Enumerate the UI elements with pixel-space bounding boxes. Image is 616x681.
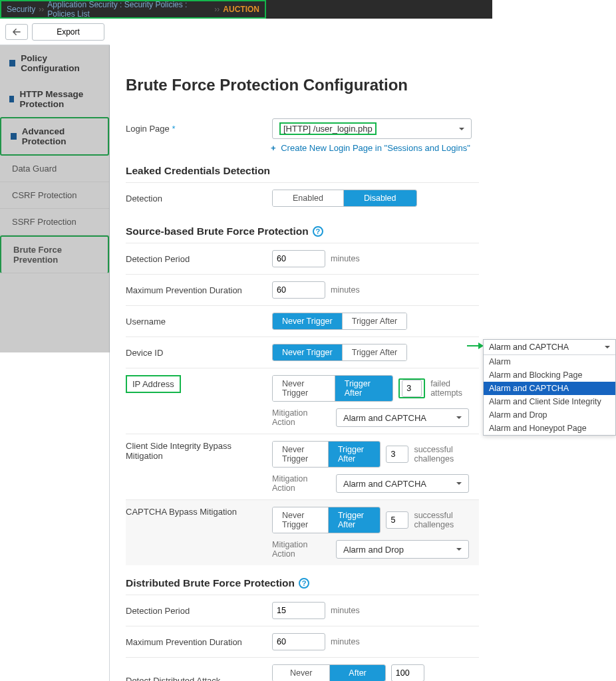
client-mitigation-select[interactable]: Alarm and CAPTCHA — [336, 474, 469, 493]
client-count-input[interactable] — [386, 446, 408, 463]
create-login-page-link[interactable]: Create New Login Page in "Sessions and L… — [281, 143, 470, 153]
device-id-label: Device ID — [126, 348, 265, 358]
never-trigger-button[interactable]: Never Trigger — [273, 507, 329, 533]
unit-label: failed attempts — [430, 379, 479, 398]
disabled-button[interactable]: Disabled — [344, 190, 416, 206]
sidebar-group-label: HTTP Message Protection — [19, 89, 102, 109]
never-button[interactable]: Never — [273, 665, 330, 681]
dropdown-head[interactable]: Alarm and CAPTCHA — [484, 340, 615, 355]
back-button[interactable] — [5, 24, 28, 40]
trigger-after-button[interactable]: Trigger After — [329, 507, 381, 533]
annotation-arrow — [467, 345, 482, 346]
mitigation-label: Mitigation Action — [272, 540, 331, 559]
mitigation-dropdown-panel: Alarm and CAPTCHA Alarm Alarm and Blocki… — [483, 339, 616, 436]
caret-icon — [9, 60, 15, 67]
unit-label: minutes — [331, 637, 360, 646]
plus-icon: + — [271, 143, 276, 153]
enabled-button[interactable]: Enabled — [273, 190, 344, 206]
captcha-count-input[interactable] — [386, 511, 408, 529]
sidebar-group-label: Advanced Protection — [22, 126, 101, 146]
detection-period-label: Detection Period — [126, 254, 265, 264]
detect-dist-attack-label: Detect Distributed Attack — [126, 676, 265, 682]
login-page-value: [HTTP] /user_login.php — [279, 122, 377, 135]
dropdown-option[interactable]: Alarm and Blocking Page — [484, 368, 615, 382]
mitigation-label: Mitigation Action — [272, 408, 331, 427]
ip-address-label: IP Address — [126, 375, 265, 393]
dropdown-option[interactable]: Alarm — [484, 355, 615, 368]
captcha-mitigation-select[interactable]: Alarm and Drop — [336, 540, 469, 559]
crumb-root[interactable]: Security — [7, 5, 35, 14]
device-toggle: Never Trigger Trigger After — [272, 344, 407, 361]
unit-label: successful challenges — [414, 511, 479, 529]
dist-detection-period-input[interactable] — [272, 602, 325, 619]
help-icon[interactable]: ? — [299, 578, 309, 589]
source-section-title: Source-based Brute Force Protection ? — [126, 225, 479, 237]
detect-attack-toggle: Never After — [272, 664, 386, 681]
never-trigger-button[interactable]: Never Trigger — [273, 344, 343, 360]
sidebar-group-label: Policy Configuration — [21, 53, 102, 73]
sidebar-item-csrf[interactable]: CSRF Protection — [0, 182, 109, 209]
leaked-section-title: Leaked Credentials Detection — [126, 165, 479, 177]
crumb-current: AUCTION — [223, 5, 259, 14]
dist-max-prev-label: Maximum Prevention Duration — [126, 637, 265, 647]
dist-detection-period-label: Detection Period — [126, 606, 265, 616]
sidebar-group-advanced[interactable]: Advanced Protection — [0, 117, 109, 156]
detect-attack-count-input[interactable] — [391, 664, 424, 681]
sidebar-group-policy[interactable]: Policy Configuration — [0, 45, 109, 81]
username-toggle: Never Trigger Trigger After — [272, 313, 407, 330]
mitigation-label: Mitigation Action — [272, 474, 331, 493]
never-trigger-button[interactable]: Never Trigger — [273, 376, 335, 401]
trigger-after-button[interactable]: Trigger After — [343, 344, 406, 360]
after-button[interactable]: After — [330, 665, 385, 681]
dropdown-option[interactable]: Alarm and Client Side Integrity — [484, 395, 615, 408]
sidebar: Policy Configuration HTTP Message Protec… — [0, 45, 110, 681]
dist-max-prev-input[interactable] — [272, 633, 325, 650]
trigger-after-button[interactable]: Trigger After — [329, 442, 381, 467]
detection-period-input[interactable] — [272, 250, 325, 267]
detection-toggle: Enabled Disabled — [272, 190, 417, 207]
dropdown-option[interactable]: Alarm and Honeypot Page — [484, 422, 615, 435]
client-integrity-label: Client Side Integrity Bypass Mitigation — [126, 441, 265, 461]
dropdown-option-selected[interactable]: Alarm and CAPTCHA — [484, 382, 615, 395]
help-icon[interactable]: ? — [313, 226, 323, 237]
caret-icon — [11, 133, 17, 140]
main-panel: Brute Force Protection Configuration Log… — [110, 45, 492, 681]
login-page-label: Login Page * — [126, 124, 265, 134]
unit-label: minutes — [331, 285, 360, 295]
username-label: Username — [126, 317, 265, 327]
page-title: Brute Force Protection Configuration — [126, 76, 479, 94]
max-prevention-label: Maximum Prevention Duration — [126, 285, 265, 295]
sidebar-item-brute-force[interactable]: Brute Force Prevention — [0, 235, 109, 273]
crumb-sep: ›› — [214, 5, 220, 14]
trigger-after-button[interactable]: Trigger After — [335, 376, 392, 401]
client-toggle: Never Trigger Trigger After — [272, 441, 381, 468]
breadcrumb: Security ›› Application Security : Secur… — [0, 0, 266, 19]
detection-label: Detection — [126, 194, 265, 204]
trigger-after-button[interactable]: Trigger After — [343, 313, 406, 329]
unit-label: minutes — [331, 254, 360, 263]
crumb-path[interactable]: Application Security : Security Policies… — [47, 0, 211, 19]
dist-section-title: Distributed Brute Force Protection ? — [126, 577, 479, 589]
sidebar-item-ssrf[interactable]: SSRF Protection — [0, 209, 109, 235]
captcha-bypass-label: CAPTCHA Bypass Mitigation — [126, 507, 265, 517]
never-trigger-button[interactable]: Never Trigger — [273, 442, 329, 467]
export-button[interactable]: Export — [32, 23, 104, 41]
toolbar: Export — [0, 19, 110, 45]
captcha-toggle: Never Trigger Trigger After — [272, 507, 381, 533]
crumb-sep: ›› — [39, 5, 44, 14]
caret-icon — [9, 96, 14, 102]
never-trigger-button[interactable]: Never Trigger — [273, 313, 343, 329]
ip-toggle: Never Trigger Trigger After — [272, 375, 393, 402]
sidebar-group-http[interactable]: HTTP Message Protection — [0, 81, 109, 117]
ip-mitigation-select[interactable]: Alarm and CAPTCHA — [336, 408, 469, 427]
dropdown-option[interactable]: Alarm and Drop — [484, 408, 615, 422]
sidebar-item-data-guard[interactable]: Data Guard — [0, 156, 109, 182]
required-icon: * — [172, 124, 175, 134]
unit-label: successful challenges — [414, 445, 479, 464]
max-prevention-input[interactable] — [272, 281, 325, 299]
login-page-select[interactable]: [HTTP] /user_login.php — [272, 118, 472, 139]
unit-label: minutes — [331, 606, 360, 615]
ip-count-input[interactable] — [402, 380, 422, 397]
